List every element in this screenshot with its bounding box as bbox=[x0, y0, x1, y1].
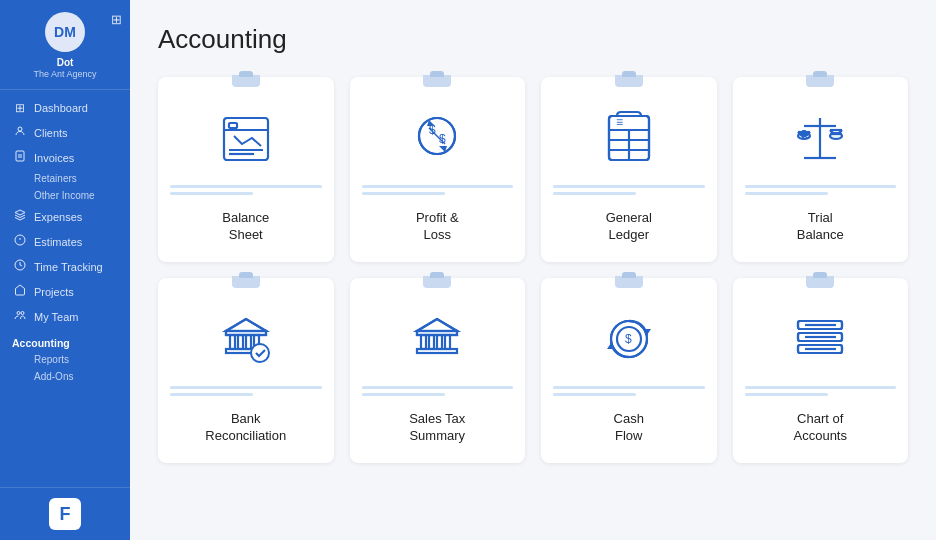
card-label: Chart of Accounts bbox=[794, 410, 847, 445]
card-label: Profit & Loss bbox=[416, 209, 459, 244]
accounting-section-label: Accounting bbox=[0, 329, 130, 351]
svg-marker-38 bbox=[226, 319, 266, 331]
freshbooks-logo: F bbox=[49, 498, 81, 530]
card-icon-area: ⚖ bbox=[745, 91, 897, 185]
svg-rect-53 bbox=[429, 335, 434, 349]
sidebar-item-estimates[interactable]: Estimates bbox=[0, 229, 130, 254]
sidebar-item-invoices[interactable]: Invoices bbox=[0, 145, 130, 170]
svg-rect-42 bbox=[230, 335, 235, 349]
grid-icon[interactable]: ⊞ bbox=[111, 12, 122, 27]
card-sales-tax-summary[interactable]: Sales Tax Summary bbox=[350, 278, 526, 463]
sidebar-nav: ⊞ Dashboard Clients Invoices Retainers O… bbox=[0, 90, 130, 487]
card-lines bbox=[745, 185, 897, 195]
sidebar-bottom: F bbox=[0, 487, 130, 540]
sidebar-item-time-tracking[interactable]: Time Tracking bbox=[0, 254, 130, 279]
card-label: Sales Tax Summary bbox=[409, 410, 465, 445]
card-cash-flow[interactable]: $ Cash Flow bbox=[541, 278, 717, 463]
sidebar: DM ⊞ Dot The Ant Agency ⊞ Dashboard Clie… bbox=[0, 0, 130, 540]
sidebar-item-retainers[interactable]: Retainers bbox=[0, 170, 130, 187]
card-icon-area: $ bbox=[553, 292, 705, 386]
card-lines bbox=[170, 386, 322, 396]
expenses-icon bbox=[12, 209, 28, 224]
svg-point-8 bbox=[17, 312, 20, 315]
time-tracking-icon bbox=[12, 259, 28, 274]
projects-icon bbox=[12, 284, 28, 299]
card-label: Trial Balance bbox=[797, 209, 844, 244]
sidebar-item-reports[interactable]: Reports bbox=[0, 351, 130, 368]
card-icon-area bbox=[170, 91, 322, 185]
trial-balance-icon: ⚖ bbox=[790, 108, 850, 168]
cash-flow-icon: $ bbox=[599, 309, 659, 369]
main-content: Accounting Balance Sheet bbox=[130, 0, 936, 540]
card-lines bbox=[362, 386, 514, 396]
sidebar-item-label: Projects bbox=[34, 286, 74, 298]
svg-rect-56 bbox=[417, 349, 457, 353]
card-icon-area bbox=[170, 292, 322, 386]
sidebar-header: DM ⊞ Dot The Ant Agency bbox=[0, 0, 130, 90]
svg-rect-43 bbox=[238, 335, 243, 349]
svg-text:≡: ≡ bbox=[616, 115, 623, 129]
svg-point-47 bbox=[251, 344, 269, 362]
card-lines bbox=[362, 185, 514, 195]
sales-tax-summary-icon bbox=[407, 309, 467, 369]
card-icon-area bbox=[362, 292, 514, 386]
sidebar-item-label: Clients bbox=[34, 127, 68, 139]
page-title: Accounting bbox=[158, 24, 908, 55]
svg-rect-55 bbox=[445, 335, 450, 349]
chart-of-accounts-icon bbox=[790, 309, 850, 369]
svg-point-0 bbox=[18, 127, 22, 131]
card-label: Cash Flow bbox=[614, 410, 644, 445]
card-label: Balance Sheet bbox=[222, 209, 269, 244]
sidebar-item-clients[interactable]: Clients bbox=[0, 120, 130, 145]
sidebar-item-label: Expenses bbox=[34, 211, 82, 223]
sidebar-item-projects[interactable]: Projects bbox=[0, 279, 130, 304]
svg-rect-52 bbox=[421, 335, 426, 349]
sidebar-item-add-ons[interactable]: Add-Ons bbox=[0, 368, 130, 385]
card-lines bbox=[170, 185, 322, 195]
user-name: Dot bbox=[57, 56, 74, 69]
my-team-icon bbox=[12, 309, 28, 324]
sidebar-item-expenses[interactable]: Expenses bbox=[0, 204, 130, 229]
sidebar-item-my-team[interactable]: My Team bbox=[0, 304, 130, 329]
sidebar-item-label: My Team bbox=[34, 311, 78, 323]
sidebar-item-label: Invoices bbox=[34, 152, 74, 164]
general-ledger-icon: ≡ bbox=[599, 108, 659, 168]
card-lines bbox=[553, 185, 705, 195]
sidebar-item-other-income[interactable]: Other Income bbox=[0, 187, 130, 204]
card-icon-area: ≡ bbox=[553, 91, 705, 185]
clients-icon bbox=[12, 125, 28, 140]
sidebar-item-dashboard[interactable]: ⊞ Dashboard bbox=[0, 96, 130, 120]
sidebar-item-label: Dashboard bbox=[34, 102, 88, 114]
svg-marker-48 bbox=[417, 319, 457, 331]
card-general-ledger[interactable]: ≡ General Ledger bbox=[541, 77, 717, 262]
card-icon-area bbox=[745, 292, 897, 386]
card-lines bbox=[745, 386, 897, 396]
avatar: DM bbox=[45, 12, 85, 52]
card-bank-reconciliation[interactable]: Bank Reconciliation bbox=[158, 278, 334, 463]
card-clip bbox=[232, 276, 260, 288]
card-clip bbox=[423, 276, 451, 288]
card-clip bbox=[806, 276, 834, 288]
card-icon-area: $ $ bbox=[362, 91, 514, 185]
estimates-icon bbox=[12, 234, 28, 249]
sidebar-item-label: Time Tracking bbox=[34, 261, 103, 273]
card-profit-loss[interactable]: $ $ Profit & Loss bbox=[350, 77, 526, 262]
card-clip bbox=[806, 75, 834, 87]
sidebar-item-label: Estimates bbox=[34, 236, 82, 248]
card-lines bbox=[553, 386, 705, 396]
svg-rect-54 bbox=[437, 335, 442, 349]
card-chart-of-accounts[interactable]: Chart of Accounts bbox=[733, 278, 909, 463]
card-label: General Ledger bbox=[606, 209, 652, 244]
user-agency: The Ant Agency bbox=[33, 69, 96, 79]
card-clip bbox=[423, 75, 451, 87]
bank-reconciliation-icon bbox=[216, 309, 276, 369]
profit-loss-icon: $ $ bbox=[407, 108, 467, 168]
dashboard-icon: ⊞ bbox=[12, 101, 28, 115]
cards-grid: Balance Sheet $ $ bbox=[158, 77, 908, 463]
svg-rect-44 bbox=[246, 335, 251, 349]
card-clip bbox=[615, 276, 643, 288]
card-balance-sheet[interactable]: Balance Sheet bbox=[158, 77, 334, 262]
card-clip bbox=[615, 75, 643, 87]
card-label: Bank Reconciliation bbox=[205, 410, 286, 445]
card-trial-balance[interactable]: ⚖ Trial Balance bbox=[733, 77, 909, 262]
